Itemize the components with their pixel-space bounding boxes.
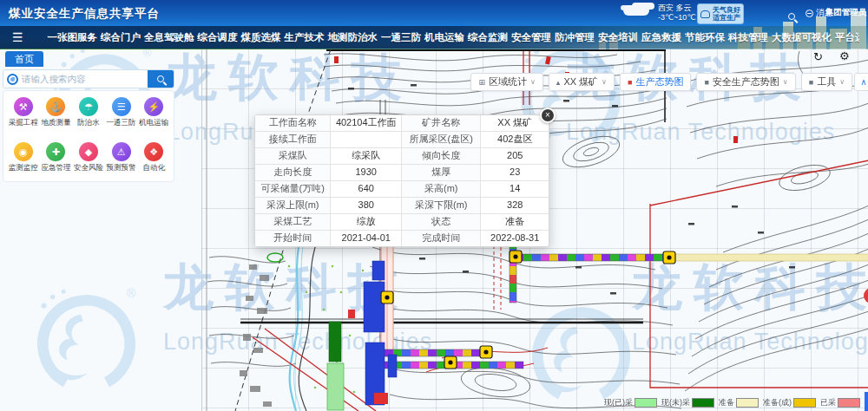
nav-item-机电运输[interactable]: 机电运输 — [423, 31, 466, 44]
quick-entry-应急管理[interactable]: ✚应急管理 — [40, 142, 73, 182]
quick-entry-label: 监测监控 — [7, 163, 40, 173]
weather-city: 西安 多云 — [658, 3, 695, 13]
legend-label: 已采 — [820, 397, 836, 408]
quick-entry-防治水[interactable]: ☂防治水 — [72, 97, 105, 137]
sliders-icon: ☰ — [112, 97, 131, 116]
legend-swatch — [692, 398, 714, 408]
quick-entry-label: 地质测量 — [40, 118, 73, 128]
quick-entry-label: 采掘工程 — [7, 118, 40, 128]
nav-item-科技管理[interactable]: 科技管理 — [727, 31, 770, 44]
banner-search-button[interactable] — [788, 8, 795, 23]
nav-item-安全培训[interactable]: 安全培训 — [596, 31, 640, 44]
map-edge-marker — [865, 392, 868, 411]
popup-label: 走向长度 — [255, 165, 331, 180]
nav-item-大数据可视化[interactable]: 大数据可视化 — [770, 31, 833, 44]
popup-row: 走向长度1930煤厚23 — [255, 165, 549, 181]
nav-item-平台运维[interactable]: 平台运维 — [833, 31, 859, 44]
popup-value: 328 — [481, 198, 549, 213]
tab-home[interactable]: 首页 — [5, 51, 43, 67]
map-toolbar: ⊞区域统计∨▴XX 煤矿∨■生产态势图■安全生产态势图∨■工具∨ — [470, 73, 852, 91]
toolbar-region-stats[interactable]: ⊞区域统计∨ — [470, 73, 542, 91]
quick-entry-label: 自动化 — [137, 163, 170, 173]
gear-icon[interactable]: ⚙ — [839, 49, 850, 62]
quick-entry-自动化[interactable]: ❖自动化 — [137, 142, 170, 182]
message-icon — [806, 10, 813, 17]
nav-menu: 一张图服务综合门户全息驾驶舱综合调度煤质选煤生产技术地测防治水一通三防机电运输综… — [46, 31, 859, 44]
popup-value: 402盘区 — [481, 132, 549, 147]
nav-item-地测防治水[interactable]: 地测防治水 — [326, 31, 380, 44]
cloud-icon — [623, 5, 649, 16]
automation-icon: ❖ — [144, 142, 163, 161]
toolbar-safety-production-situation-label: 安全生产态势图 — [713, 75, 779, 88]
toolbar-safety-production-situation[interactable]: ■安全生产态势图∨ — [696, 73, 795, 91]
quick-entry-label: 防治水 — [72, 118, 105, 128]
nav-item-煤质选煤[interactable]: 煤质选煤 — [240, 31, 283, 44]
hamburger-menu-icon[interactable]: ☰ — [12, 30, 23, 44]
popup-value: 2022-08-31 — [481, 231, 549, 246]
popup-value: 402104工作面 — [331, 115, 402, 131]
quick-entry-机电运输[interactable]: ⚡机电运输 — [137, 97, 170, 137]
quick-entry-监测监控[interactable]: ◉监测监控 — [7, 142, 40, 182]
nav-item-一张图服务[interactable]: 一张图服务 — [46, 31, 100, 44]
toolbar-collapse-button[interactable]: ∧ — [854, 73, 868, 91]
toolbar-mine-select-label: XX 煤矿 — [563, 75, 598, 88]
quick-entry-安全风险[interactable]: ◆安全风险 — [72, 142, 105, 182]
quick-entry-label: 应急管理 — [40, 163, 73, 173]
search-input[interactable] — [22, 74, 148, 84]
popup-row: 工作面名称402104工作面矿井名称XX 煤矿 — [255, 115, 549, 132]
quick-entry-地质测量[interactable]: ⚓地质测量 — [40, 97, 73, 137]
popup-label: 接续工作面 — [255, 132, 331, 147]
nav-item-综合门户[interactable]: 综合门户 — [99, 31, 142, 44]
popup-label: 矿井名称 — [402, 115, 481, 131]
workface-info-popup: × 工作面名称402104工作面矿井名称XX 煤矿接续工作面所属采区(盘区)40… — [254, 114, 549, 247]
search-button[interactable] — [148, 70, 174, 88]
toolbar-tools[interactable]: ■工具∨ — [801, 73, 852, 91]
quick-entry-预测预警[interactable]: ⚠预测预警 — [105, 142, 138, 182]
popup-value: 23 — [481, 165, 549, 180]
quick-entry-label: 安全风险 — [72, 163, 105, 173]
mine-map-container: ↻ ⚙ ⊞区域统计∨▴XX 煤矿∨■生产态势图■安全生产态势图∨■工具∨ ∧ 现… — [201, 49, 868, 411]
popup-value: XX 煤矿 — [481, 115, 549, 131]
popup-row: 采深上限(m)380采深下限(m)328 — [255, 198, 549, 214]
nav-item-应急救援[interactable]: 应急救援 — [640, 31, 683, 44]
nav-item-生产技术[interactable]: 生产技术 — [283, 31, 326, 44]
gem-icon: ◆ — [79, 142, 98, 161]
svg-text:®: ® — [127, 287, 135, 300]
popup-label: 完成时间 — [402, 231, 481, 246]
toolbar-mine-select[interactable]: ▴XX 煤矿∨ — [549, 73, 615, 91]
quick-entry-一通三防[interactable]: ☰一通三防 — [105, 97, 138, 137]
toolbar-region-stats-icon: ⊞ — [478, 78, 485, 87]
close-icon[interactable]: × — [540, 108, 556, 123]
toolbar-production-situation[interactable]: ■生产态势图 — [620, 73, 691, 91]
weather-badge-line1: 天气良好 — [713, 6, 740, 14]
user-account[interactable]: 集团管理员 — [825, 7, 867, 18]
nav-item-一通三防[interactable]: 一通三防 — [379, 31, 423, 44]
toolbar-production-situation-label: 生产态势图 — [635, 75, 683, 88]
nav-item-节能环保[interactable]: 节能环保 — [683, 31, 727, 44]
weather-status-badge: 天气良好 适宜生产 — [697, 3, 744, 24]
quick-entry-label: 一通三防 — [105, 118, 138, 128]
legend-swatch — [736, 398, 759, 408]
legend-label: 现(未)采 — [661, 397, 690, 408]
warning-icon: ⚠ — [112, 142, 131, 161]
nav-item-综合监测[interactable]: 综合监测 — [466, 31, 510, 44]
toolbar-region-stats-label: 区域统计 — [489, 75, 527, 88]
workface-popup-body: 工作面名称402104工作面矿井名称XX 煤矿接续工作面所属采区(盘区)402盘… — [255, 115, 549, 246]
main-nav: ☰ 一张图服务综合门户全息驾驶舱综合调度煤质选煤生产技术地测防治水一通三防机电运… — [0, 26, 868, 49]
helmet-icon — [700, 10, 710, 18]
nav-item-综合调度[interactable]: 综合调度 — [196, 31, 240, 44]
quick-entry-采掘工程[interactable]: ⚒采掘工程 — [7, 97, 40, 137]
chevron-down-icon: ∨ — [602, 78, 607, 86]
nav-item-全息驾驶舱[interactable]: 全息驾驶舱 — [142, 31, 196, 44]
weather-badge-line2: 适宜生产 — [713, 14, 740, 22]
popup-label: 采煤队 — [255, 148, 331, 164]
popup-value: 综采队 — [331, 148, 402, 164]
anchor-icon: ⚓ — [46, 97, 65, 116]
quick-entry-label: 机电运输 — [137, 118, 170, 128]
popup-value: 14 — [481, 181, 549, 197]
popup-value: 380 — [331, 198, 402, 213]
toolbar-mine-select-icon: ▴ — [556, 78, 561, 87]
refresh-icon[interactable]: ↻ — [813, 50, 823, 63]
nav-item-防冲管理[interactable]: 防冲管理 — [553, 31, 596, 44]
nav-item-安全管理[interactable]: 安全管理 — [510, 31, 553, 44]
